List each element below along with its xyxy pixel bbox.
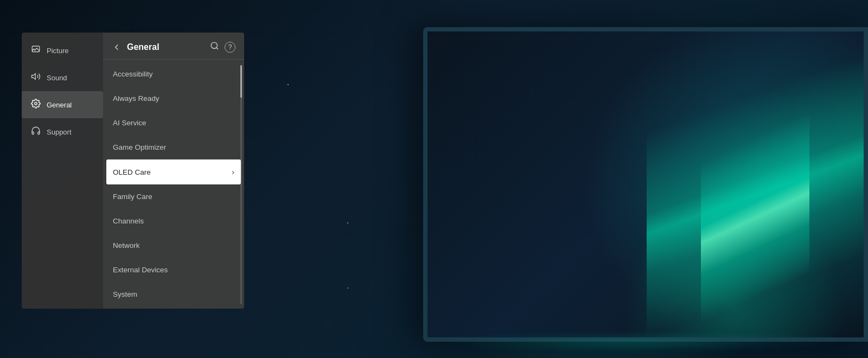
sidebar-item-sound[interactable]: Sound: [22, 64, 103, 91]
star: [347, 222, 348, 223]
accessibility-label: Accessibility: [113, 70, 153, 78]
game-optimizer-label: Game Optimizer: [113, 143, 166, 151]
sidebar-item-general[interactable]: General: [22, 91, 103, 118]
scrollbar-thumb[interactable]: [240, 65, 242, 98]
svg-point-3: [211, 42, 217, 48]
oled-care-chevron: ›: [232, 168, 234, 176]
panel-title: General: [127, 42, 159, 52]
tv-frame: [423, 27, 868, 342]
sound-icon: [30, 72, 41, 84]
tv-screen: [427, 31, 864, 337]
panel-header-left: General: [112, 42, 159, 52]
menu-item-accessibility[interactable]: Accessibility: [103, 62, 244, 86]
menu-item-family-care[interactable]: Family Care: [103, 184, 244, 209]
svg-point-2: [35, 103, 37, 105]
oled-care-label: OLED Care: [113, 168, 151, 176]
sidebar-item-support[interactable]: Support: [22, 118, 103, 145]
sidebar-label-support: Support: [47, 128, 72, 136]
ai-service-label: AI Service: [113, 119, 146, 127]
tv-glow: [434, 336, 857, 347]
svg-line-4: [216, 48, 218, 49]
menu-item-network[interactable]: Network: [103, 233, 244, 258]
system-label: System: [113, 290, 137, 298]
menu-item-channels[interactable]: Channels: [103, 209, 244, 233]
sidebar-label-picture: Picture: [47, 47, 68, 55]
menu-item-system[interactable]: System: [103, 282, 244, 306]
svg-marker-1: [32, 74, 36, 80]
menu-item-game-optimizer[interactable]: Game Optimizer: [103, 135, 244, 159]
settings-menu: Picture Sound General S: [22, 33, 244, 309]
star: [347, 287, 348, 289]
picture-icon: [30, 44, 41, 56]
general-menu-list: Accessibility Always Ready AI Service Ga…: [103, 60, 244, 309]
external-devices-label: External Devices: [113, 266, 168, 274]
network-label: Network: [113, 241, 140, 250]
channels-label: Channels: [113, 217, 144, 225]
search-icon[interactable]: [210, 41, 219, 53]
sidebar-item-picture[interactable]: Picture: [22, 37, 103, 64]
scrollbar-track: [240, 65, 242, 304]
menu-item-external-devices[interactable]: External Devices: [103, 258, 244, 282]
support-icon: [30, 126, 41, 138]
main-panel: General ? Accessibility Always Ready AI …: [103, 33, 244, 309]
star: [288, 84, 289, 85]
panel-header: General ?: [103, 33, 244, 60]
menu-item-ai-service[interactable]: AI Service: [103, 111, 244, 135]
sidebar-label-general: General: [47, 101, 72, 109]
menu-item-always-ready[interactable]: Always Ready: [103, 86, 244, 111]
back-button[interactable]: [112, 42, 122, 52]
sidebar-label-sound: Sound: [47, 74, 67, 82]
general-icon: [30, 99, 41, 111]
family-care-label: Family Care: [113, 193, 152, 201]
help-icon[interactable]: ?: [225, 42, 235, 53]
menu-item-oled-care[interactable]: OLED Care ›: [106, 159, 241, 184]
always-ready-label: Always Ready: [113, 94, 159, 103]
settings-sidebar: Picture Sound General S: [22, 33, 103, 309]
aurora-beam-2: [701, 66, 809, 337]
panel-header-right: ?: [210, 41, 235, 53]
